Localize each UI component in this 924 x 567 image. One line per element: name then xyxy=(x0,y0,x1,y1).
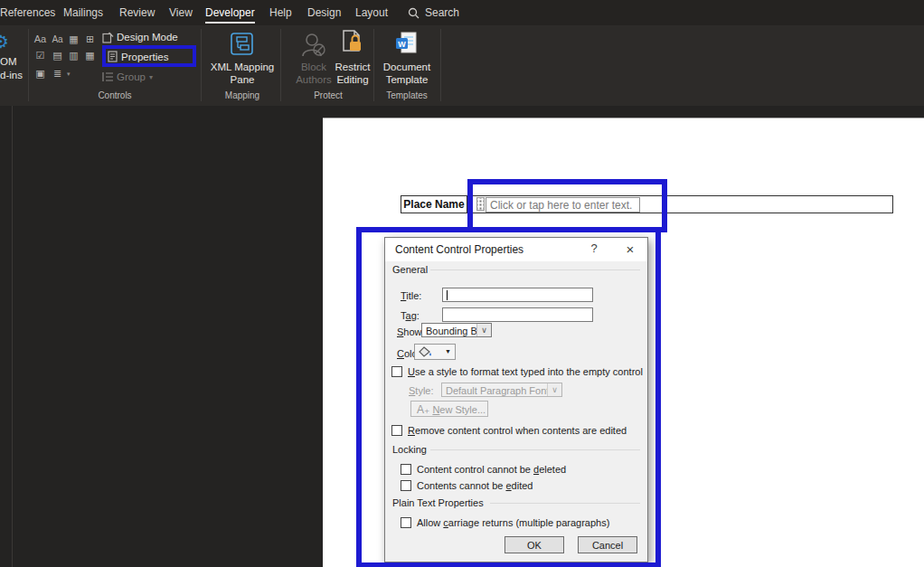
search-label[interactable]: Search xyxy=(425,6,459,19)
xml-mapping-pane-icon[interactable] xyxy=(230,32,254,56)
design-mode-icon[interactable] xyxy=(102,32,114,43)
group-button: Group xyxy=(117,71,146,82)
legacy-tools-caret-icon[interactable]: ▾ xyxy=(67,71,71,78)
carriage-returns-checkbox[interactable] xyxy=(401,517,411,528)
section-label-locking: Locking xyxy=(392,444,427,455)
dialog-help-button[interactable]: ? xyxy=(584,241,604,255)
combo-box-icon[interactable]: ▤ xyxy=(50,49,65,62)
document-template-button[interactable]: Document xyxy=(375,61,438,72)
tab-help[interactable]: Help xyxy=(269,6,292,19)
new-style-button: A₊ New Style... xyxy=(410,401,488,417)
group-icon xyxy=(102,71,114,82)
building-block-icon[interactable]: ⊞ xyxy=(82,33,98,46)
style-value: Default Paragraph Font xyxy=(446,385,549,396)
style-dropdown: Default Paragraph Font ∨ xyxy=(441,383,562,397)
block-authors-icon xyxy=(300,31,327,58)
restrict-editing-button[interactable]: Restrict xyxy=(325,61,380,72)
xml-mapping-pane-button-line2[interactable]: Pane xyxy=(205,74,279,85)
dialog-titlebar[interactable]: Content Control Properties ? × xyxy=(385,238,647,261)
document-template-button-line2[interactable]: Template xyxy=(375,74,438,85)
section-label-plain-text: Plain Text Properties xyxy=(392,497,484,508)
carriage-returns-label[interactable]: Allow carriage returns (multiple paragra… xyxy=(417,517,609,528)
com-addins-gear-icon[interactable]: ⚙ xyxy=(0,31,9,52)
xml-mapping-pane-button[interactable]: XML Mapping xyxy=(205,61,279,72)
legacy-tools-icon[interactable]: ≣ xyxy=(50,67,65,80)
content-control-properties-dialog: Content Control Properties ? × General T… xyxy=(384,237,648,562)
content-control-drag-handle-icon[interactable] xyxy=(476,197,485,211)
remove-control-checkbox[interactable] xyxy=(391,425,402,436)
svg-text:W: W xyxy=(398,40,406,49)
new-style-label: New Style... xyxy=(432,404,486,415)
tab-layout[interactable]: Layout xyxy=(355,6,388,19)
group-separator xyxy=(280,29,281,101)
tab-references[interactable]: References xyxy=(0,6,55,19)
tag-input[interactable] xyxy=(442,307,593,322)
date-picker-icon[interactable]: ▦ xyxy=(82,49,98,62)
text-caret xyxy=(447,290,448,300)
ok-button[interactable]: OK xyxy=(504,536,564,553)
checkbox-icon[interactable]: ☑ xyxy=(33,49,48,62)
chevron-down-icon[interactable]: ∨ xyxy=(476,324,491,336)
tab-design[interactable]: Design xyxy=(307,6,341,19)
group-caret-icon: ▾ xyxy=(149,73,153,81)
search-icon[interactable] xyxy=(408,7,420,19)
section-rule xyxy=(430,449,640,450)
cancel-button[interactable]: Cancel xyxy=(578,536,637,553)
com-addins-label-line2[interactable]: d-ins xyxy=(0,70,23,80)
restrict-editing-icon[interactable] xyxy=(342,30,364,59)
dialog-title: Content Control Properties xyxy=(395,243,523,256)
group-separator xyxy=(440,29,441,101)
table-cell-place-name[interactable]: Place Name xyxy=(401,195,467,213)
ribbon-tab-bar: References Mailings Review View Develope… xyxy=(0,0,924,25)
properties-button[interactable]: Properties xyxy=(121,52,168,62)
title-input[interactable] xyxy=(442,288,593,302)
section-rule xyxy=(490,503,640,504)
section-rule xyxy=(430,269,640,270)
color-caret-icon: ▼ xyxy=(445,348,451,354)
com-addins-label-line1[interactable]: OM xyxy=(0,56,17,67)
word-window: References Mailings Review View Develope… xyxy=(0,0,924,567)
dialog-close-button[interactable]: × xyxy=(620,241,640,257)
group-label-protect: Protect xyxy=(297,90,359,100)
ribbon: ⚙ OM d-ins Aa Aa ▦ ⊞ ☑ ▤ ▥ ▦ ▣ ≣ ▾ Desig… xyxy=(0,25,924,106)
show-as-dropdown[interactable]: Bounding Box ∨ xyxy=(421,323,492,337)
remove-control-label[interactable]: Remove content control when contents are… xyxy=(408,425,627,436)
color-picker-button[interactable]: ▼ xyxy=(414,344,456,360)
group-label-controls: Controls xyxy=(84,90,146,100)
style-label: Style: xyxy=(409,385,434,396)
new-style-icon: A₊ xyxy=(417,403,429,416)
cannot-edit-label[interactable]: Contents cannot be edited xyxy=(417,480,533,491)
use-style-checkbox[interactable] xyxy=(391,366,402,377)
tab-mailings[interactable]: Mailings xyxy=(63,6,103,19)
dropdown-list-icon[interactable]: ▥ xyxy=(66,49,81,62)
tab-review[interactable]: Review xyxy=(119,6,155,19)
document-template-icon[interactable]: W xyxy=(395,31,419,56)
chevron-down-icon: ∨ xyxy=(547,383,561,396)
tab-view[interactable]: View xyxy=(169,6,193,19)
cannot-delete-checkbox[interactable] xyxy=(401,464,411,475)
content-control-placeholder[interactable]: Click or tap here to enter text. xyxy=(486,197,640,213)
cannot-edit-checkbox[interactable] xyxy=(401,480,411,491)
group-separator xyxy=(28,29,29,101)
rich-text-icon[interactable]: Aa xyxy=(33,33,48,46)
design-mode-button[interactable]: Design Mode xyxy=(117,32,178,43)
use-style-label[interactable]: Use a style to format text typed into th… xyxy=(408,366,643,377)
group-label-mapping: Mapping xyxy=(212,90,273,100)
section-label-general: General xyxy=(392,264,428,275)
restrict-editing-button-line2[interactable]: Editing xyxy=(325,74,380,85)
canvas-edge-line xyxy=(12,106,13,567)
cannot-delete-label[interactable]: Content control cannot be deleted xyxy=(417,464,566,475)
tab-developer[interactable]: Developer xyxy=(205,6,255,24)
paint-bucket-icon xyxy=(419,346,434,357)
plain-text-icon[interactable]: Aa xyxy=(50,33,65,46)
group-label-templates: Templates xyxy=(375,90,438,100)
title-label: Title: xyxy=(401,290,421,301)
tag-label: Tag: xyxy=(401,310,420,321)
group-separator xyxy=(201,29,202,101)
picture-icon[interactable]: ▦ xyxy=(66,33,81,46)
properties-icon[interactable] xyxy=(108,51,118,62)
repeating-section-icon[interactable]: ▣ xyxy=(33,67,48,80)
